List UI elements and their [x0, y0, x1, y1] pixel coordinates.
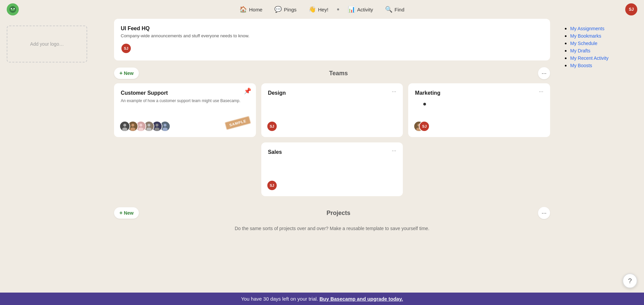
hq-card[interactable]: UI Feed HQ Company-wide announcements an…: [114, 19, 550, 60]
my-boosts-link[interactable]: My Boosts: [570, 63, 592, 68]
find-icon: 🔍: [385, 6, 392, 13]
teams-new-button[interactable]: + New: [114, 68, 139, 79]
team-card-design[interactable]: Design ··· SJ: [261, 83, 403, 137]
sidebar-link-drafts[interactable]: My Drafts: [570, 48, 637, 54]
marketing-title: Marketing: [415, 90, 543, 96]
projects-section-header: + New Projects ···: [114, 207, 550, 219]
projects-plus-icon: +: [119, 210, 122, 216]
sales-more-button[interactable]: ···: [390, 147, 398, 155]
right-panel: My Assignments My Bookmarks My Schedule …: [557, 19, 644, 251]
svg-point-15: [146, 128, 152, 131]
team-card-marketing[interactable]: Marketing ··· SJ: [408, 83, 550, 137]
hq-description: Company-wide announcements and stuff eve…: [121, 33, 543, 39]
sales-avatar: SJ: [267, 180, 277, 191]
sidebar-link-bookmarks[interactable]: My Bookmarks: [570, 33, 637, 39]
my-drafts-link[interactable]: My Drafts: [570, 48, 590, 53]
main-content: Add your logo… UI Feed HQ Company-wide a…: [0, 19, 644, 251]
sidebar-links: My Assignments My Bookmarks My Schedule …: [564, 26, 637, 69]
svg-point-18: [154, 128, 160, 131]
svg-point-11: [140, 124, 143, 127]
upgrade-link[interactable]: Buy Basecamp and upgrade today.: [319, 296, 403, 302]
sidebar-link-assignments[interactable]: My Assignments: [570, 26, 637, 32]
teams-section-title: Teams: [139, 70, 538, 77]
trial-bar: You have 30 days left on your trial. Buy…: [0, 293, 644, 305]
sidebar-link-schedule[interactable]: My Schedule: [570, 40, 637, 46]
design-title: Design: [268, 90, 396, 96]
projects-new-button[interactable]: + New: [114, 207, 139, 219]
avatar-1: [119, 121, 130, 132]
svg-point-9: [130, 128, 136, 131]
marketing-avatars: SJ: [414, 121, 427, 132]
nav-pings-label: Pings: [284, 7, 297, 12]
user-avatar[interactable]: SJ: [625, 3, 637, 15]
svg-point-3: [13, 8, 15, 9]
hq-title: UI Feed HQ: [121, 26, 543, 32]
svg-point-20: [164, 124, 167, 127]
teams-more-button[interactable]: ···: [538, 67, 550, 79]
logo-upload-area[interactable]: Add your logo…: [7, 26, 87, 62]
projects-section-title: Projects: [139, 210, 538, 217]
svg-point-21: [162, 128, 168, 131]
design-more-button[interactable]: ···: [390, 88, 398, 95]
nav-links: 🏠 Home 💬 Pings 👋 Hey! 📊 Activity 🔍 Find: [235, 3, 409, 16]
my-bookmarks-link[interactable]: My Bookmarks: [570, 33, 601, 39]
projects-description: Do the same sorts of projects over and o…: [114, 223, 550, 251]
svg-point-8: [131, 124, 135, 127]
projects-more-button[interactable]: ···: [538, 207, 550, 219]
hey-icon: 👋: [309, 6, 316, 13]
nav-home-label: Home: [249, 7, 262, 12]
team-card-sales[interactable]: Sales ··· SJ: [261, 142, 403, 196]
nav-home[interactable]: 🏠 Home: [235, 3, 267, 16]
app-logo[interactable]: [7, 3, 19, 15]
nav-find[interactable]: 🔍 Find: [380, 3, 409, 16]
left-panel: Add your logo…: [0, 19, 107, 251]
customer-support-avatars: [119, 121, 168, 132]
teams-cards-grid: Customer Support An example of how a cus…: [114, 83, 550, 137]
nav-activity-label: Activity: [357, 7, 373, 12]
hq-user-avatar: SJ: [121, 43, 131, 54]
svg-point-12: [138, 128, 144, 131]
pin-icon: 📌: [244, 87, 251, 95]
nav-pings[interactable]: 💬 Pings: [270, 3, 301, 16]
nav-find-label: Find: [394, 7, 404, 12]
sidebar-link-boosts[interactable]: My Boosts: [570, 62, 637, 69]
help-button[interactable]: ?: [623, 273, 637, 288]
marketing-bottom: SJ: [414, 121, 545, 132]
nav-activity[interactable]: 📊 Activity: [343, 3, 378, 16]
sales-bottom: SJ: [267, 180, 398, 191]
sales-title: Sales: [268, 149, 396, 155]
teams-section-header: + New Teams ···: [114, 67, 550, 79]
customer-support-title: Customer Support: [121, 90, 249, 96]
team-card-customer-support[interactable]: Customer Support An example of how a cus…: [114, 83, 256, 137]
plus-icon: +: [119, 70, 122, 76]
hq-card-content: UI Feed HQ Company-wide announcements an…: [121, 26, 543, 54]
svg-point-2: [11, 8, 12, 9]
my-assignments-link[interactable]: My Assignments: [570, 26, 604, 31]
sidebar-link-recent-activity[interactable]: My Recent Activity: [570, 55, 637, 61]
trial-bar-text: You have 30 days left on your trial.: [241, 296, 320, 302]
design-bottom: SJ: [267, 121, 398, 132]
projects-new-label: New: [124, 210, 133, 216]
sales-cards-grid: Sales ··· SJ: [114, 142, 550, 196]
svg-point-17: [156, 124, 159, 127]
pings-icon: 💬: [274, 6, 282, 13]
home-icon: 🏠: [239, 6, 247, 13]
svg-point-5: [123, 124, 126, 127]
nav-hey[interactable]: 👋 Hey!: [304, 3, 333, 16]
nav-separator: [337, 8, 339, 10]
svg-point-6: [122, 128, 127, 131]
design-avatars: SJ: [267, 121, 275, 132]
sales-avatars: SJ: [267, 180, 275, 191]
my-recent-activity-link[interactable]: My Recent Activity: [570, 55, 608, 61]
svg-point-14: [148, 124, 151, 127]
top-navigation: 🏠 Home 💬 Pings 👋 Hey! 📊 Activity 🔍 Find …: [0, 0, 644, 19]
design-avatar: SJ: [267, 121, 277, 132]
activity-icon: 📊: [348, 6, 355, 13]
nav-hey-label: Hey!: [318, 7, 328, 12]
teams-new-label: New: [124, 71, 133, 76]
customer-support-desc: An example of how a customer support tea…: [121, 98, 249, 104]
center-content: UI Feed HQ Company-wide announcements an…: [107, 19, 557, 251]
my-schedule-link[interactable]: My Schedule: [570, 41, 597, 46]
marketing-avatar-2: SJ: [419, 121, 430, 132]
marketing-more-button[interactable]: ···: [537, 88, 545, 95]
